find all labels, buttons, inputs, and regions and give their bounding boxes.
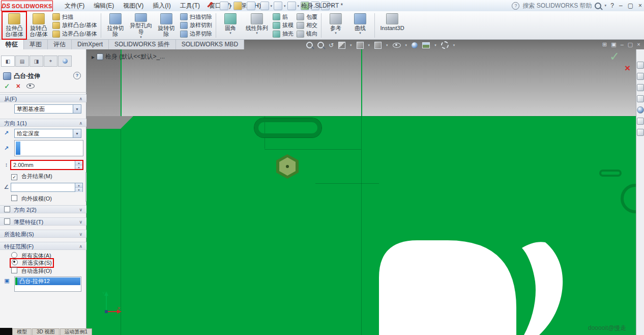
feature-scope-listbox[interactable]: 凸台-拉伸12 [14, 276, 81, 292]
depth-stepper[interactable]: ▲ ▼ [75, 161, 82, 169]
doc-tile-icon[interactable]: ⊞ [602, 41, 607, 48]
mirror-button[interactable]: 镜向 [297, 30, 317, 38]
section-direction1[interactable]: 方向 1(1) ∧ [0, 119, 86, 127]
section-selected-contours[interactable]: 所选轮廓(S) ∨ [0, 230, 86, 238]
lofted-cut-button[interactable]: 放样切割 [180, 21, 212, 29]
stepper-up-icon[interactable]: ▲ [75, 183, 82, 187]
checkbox-empty-icon[interactable] [4, 206, 10, 212]
checkbox-empty-icon[interactable] [11, 195, 17, 201]
checkbox-empty-icon[interactable] [11, 267, 17, 273]
open-document-icon[interactable] [233, 2, 242, 10]
displaymanager-tab-icon[interactable] [58, 55, 72, 67]
swept-boss-button[interactable]: 扫描 [52, 13, 97, 21]
linear-pattern-button[interactable]: 线性阵列 ▾ [243, 12, 271, 39]
dimxpertmanager-tab-icon[interactable]: ⌖ [44, 55, 57, 67]
section-view-icon[interactable] [338, 42, 345, 49]
boundary-cut-button[interactable]: 边界切除 [180, 30, 212, 38]
tab-motion-study[interactable]: 运动算例1 [60, 328, 93, 335]
help-search[interactable]: ? 搜索 SOLIDWORKS 帮助 ▾ [512, 0, 606, 11]
tab-model[interactable]: 模型 [12, 328, 32, 335]
view-orientation-icon[interactable] [357, 42, 364, 49]
from-combobox[interactable]: 草图基准面 ▼ [14, 104, 81, 114]
select-icon[interactable] [287, 2, 296, 10]
tab-dimxpert[interactable]: DimXpert [72, 40, 109, 49]
depth-value[interactable]: 2.00mm [11, 161, 75, 169]
shell-button[interactable]: 抽壳 [273, 30, 294, 38]
radio-selected-icon[interactable] [12, 259, 18, 265]
view-settings-icon[interactable] [441, 41, 449, 49]
menu-view[interactable]: 视图(V) [119, 0, 148, 11]
hole-wizard-button[interactable]: 异型孔向导 ▾ [128, 12, 154, 39]
apply-scene-icon[interactable] [422, 42, 430, 48]
configurationmanager-tab-icon[interactable]: ◨ [30, 55, 43, 67]
minimize-button[interactable]: – [619, 2, 623, 9]
draft-button[interactable]: 拔模 [273, 21, 294, 29]
tab-sketch[interactable]: 草图 [24, 40, 48, 49]
extruded-cut-button[interactable]: 拉伸切 除 [103, 12, 128, 39]
custom-properties-icon[interactable] [637, 118, 644, 125]
end-condition-combobox[interactable]: 给定深度 ▼ [14, 129, 81, 138]
forum-icon[interactable] [637, 129, 644, 136]
propertymanager-tab-icon[interactable]: ▤ [15, 55, 29, 67]
section-feature-scope[interactable]: 特征范围(F) ∧ [0, 242, 86, 250]
doc-restore-icon[interactable]: ▣ [611, 41, 616, 48]
menu-edit[interactable]: 编辑(E) [89, 0, 119, 11]
rib-button[interactable]: 筋 [273, 13, 294, 21]
stepper-up-icon[interactable]: ▲ [75, 161, 82, 165]
curves-button[interactable]: 曲线 ▾ [348, 12, 372, 39]
save-icon[interactable] [247, 2, 255, 10]
reference-geometry-button[interactable]: 参考 ▾ [324, 12, 348, 39]
direction-reference-box[interactable] [14, 140, 83, 156]
draft-outward-row[interactable]: 向外拔模(O) [11, 195, 52, 203]
zoom-fit-icon[interactable] [306, 42, 313, 48]
previous-view-icon[interactable]: ↺ [329, 42, 334, 49]
dropdown-arrow-icon[interactable]: ▼ [73, 105, 81, 113]
section-thin-feature[interactable]: 薄壁特征(T) ∨ [0, 217, 86, 226]
tab-evaluate[interactable]: 评估 [48, 40, 72, 49]
file-explorer-icon[interactable] [637, 84, 644, 91]
boundary-boss-button[interactable]: 边界凸台/基体 [52, 30, 97, 38]
view-palette-icon[interactable] [637, 95, 644, 102]
doc-maximize-icon[interactable]: ▢ [628, 41, 633, 48]
swept-cut-button[interactable]: 扫描切除 [180, 13, 212, 21]
tab-features[interactable]: 特征 [0, 40, 24, 49]
undo-icon[interactable] [274, 2, 282, 10]
hide-show-items-icon[interactable] [393, 43, 401, 48]
merge-result-row[interactable]: ✓ 合并结果(M) [11, 173, 52, 180]
featuremanager-tab-icon[interactable]: ◧ [1, 55, 15, 67]
depth-spinbox[interactable]: 2.00mm ▲ ▼ [11, 160, 83, 170]
section-direction2[interactable]: 方向 2(2) ∨ [0, 205, 86, 213]
menu-insert[interactable]: 插入(I) [148, 0, 175, 11]
revolved-cut-button[interactable]: 旋转切 除 [154, 12, 179, 39]
print-icon[interactable] [260, 2, 269, 10]
app-help-button[interactable]: ? [610, 2, 614, 9]
instant3d-button[interactable]: Instant3D [377, 12, 407, 39]
fillet-button[interactable]: 圆角 ▾ [218, 12, 243, 39]
checkbox-empty-icon[interactable] [4, 218, 10, 225]
pm-cancel-button[interactable]: × [16, 82, 20, 90]
section-from[interactable]: 从(F) ∧ [0, 94, 86, 102]
draft-stepper[interactable]: ▲ ▼ [75, 183, 82, 191]
checkbox-checked-icon[interactable]: ✓ [11, 174, 17, 180]
tab-sw-mbd[interactable]: SOLIDWORKS MBD [176, 40, 244, 49]
menu-file[interactable]: 文件(F) [60, 0, 89, 11]
scope-selected-bodies-row[interactable]: 所选实体(S) [10, 259, 53, 267]
close-button[interactable]: × [638, 2, 642, 9]
home-icon[interactable] [637, 62, 644, 69]
design-library-icon[interactable] [637, 73, 644, 80]
reverse-direction-icon[interactable]: ↗ [3, 130, 10, 136]
extruded-boss-button[interactable]: 拉伸凸 台/基体 [2, 12, 26, 39]
stepper-down-icon[interactable]: ▼ [75, 187, 82, 192]
intersect-button[interactable]: 相交 [297, 21, 317, 29]
menu-tools[interactable]: 工具(T) [175, 0, 204, 11]
menu-pin-icon[interactable] [206, 2, 213, 9]
tab-3d-views[interactable]: 3D 视图 [32, 328, 60, 335]
edit-appearance-icon[interactable] [412, 42, 418, 48]
dropdown-arrow-icon[interactable]: ▼ [73, 129, 81, 137]
doc-close-icon[interactable]: × [637, 41, 640, 48]
display-style-icon[interactable] [374, 42, 382, 49]
draft-value[interactable] [11, 183, 75, 191]
draft-spinbox[interactable]: ▲ ▼ [11, 183, 83, 192]
pm-help-icon[interactable]: ? [73, 72, 81, 79]
new-document-icon[interactable] [220, 2, 228, 10]
